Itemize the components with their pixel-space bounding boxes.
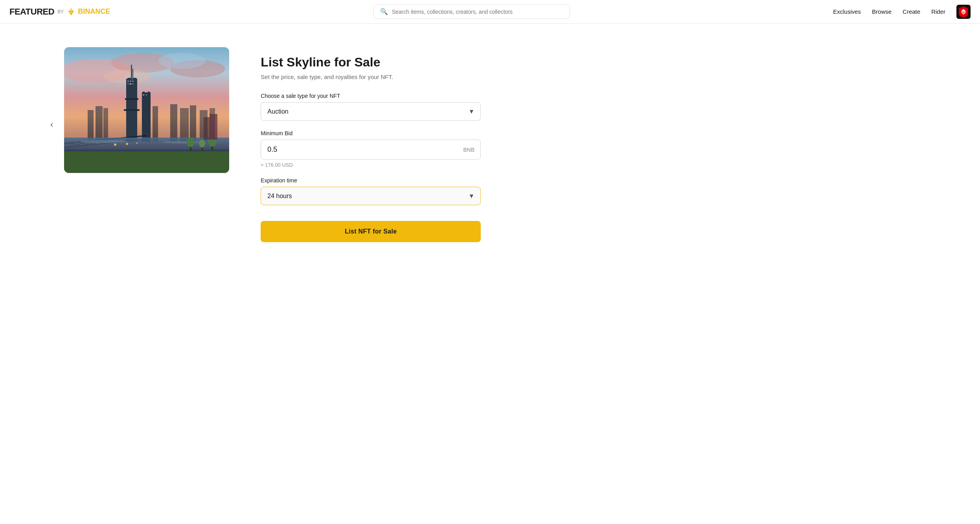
nav-create[interactable]: Create <box>903 8 920 15</box>
usd-approx-text: ≈ 176.00 USD <box>261 162 481 168</box>
svg-rect-30 <box>127 81 129 82</box>
svg-marker-3 <box>70 12 73 15</box>
svg-rect-13 <box>88 110 94 142</box>
svg-rect-36 <box>142 92 151 142</box>
svg-rect-14 <box>96 106 103 142</box>
minimum-bid-group: Minimum Bid BNB ≈ 176.00 USD <box>261 130 481 168</box>
logo: FEATURED BY BINANCE <box>9 7 110 17</box>
svg-rect-38 <box>148 92 150 94</box>
list-nft-button[interactable]: List NFT for Sale <box>261 221 481 242</box>
minimum-bid-label: Minimum Bid <box>261 130 481 136</box>
svg-rect-40 <box>145 94 147 96</box>
expiration-label: Expiration time <box>261 177 481 184</box>
nav-links: Exclusives Browse Create Rider D <box>833 5 971 19</box>
svg-text:D: D <box>962 11 965 14</box>
svg-rect-29 <box>124 109 140 111</box>
svg-point-59 <box>80 140 127 143</box>
nav-browse[interactable]: Browse <box>872 8 892 15</box>
expiration-wrapper: 1 hour 6 hours 12 hours 24 hours 3 days … <box>261 187 481 205</box>
svg-rect-17 <box>153 106 158 142</box>
nav-rider[interactable]: Rider <box>931 8 945 15</box>
logo-by-text: BY <box>57 9 64 15</box>
search-input[interactable] <box>392 9 563 15</box>
nft-image <box>64 47 229 173</box>
svg-rect-70 <box>210 114 217 140</box>
svg-rect-35 <box>132 83 134 85</box>
minimum-bid-wrapper: BNB <box>261 140 481 160</box>
svg-rect-20 <box>190 105 196 142</box>
binance-diamond-icon <box>67 7 75 16</box>
navbar: FEATURED BY BINANCE 🔍 Exclusives Browse … <box>0 0 980 24</box>
skyline-artwork <box>64 47 229 173</box>
svg-point-64 <box>199 140 205 147</box>
logo-featured-text: FEATURED <box>9 7 54 17</box>
svg-rect-18 <box>170 104 177 142</box>
search-area: 🔍 <box>110 4 833 19</box>
svg-point-69 <box>136 142 138 144</box>
avatar[interactable]: D <box>956 5 971 19</box>
minimum-bid-input[interactable] <box>261 140 481 160</box>
svg-rect-15 <box>103 108 108 142</box>
svg-rect-27 <box>132 69 133 80</box>
svg-point-62 <box>187 138 195 147</box>
svg-rect-33 <box>127 83 129 85</box>
form-title: List Skyline for Sale <box>261 55 481 70</box>
svg-rect-37 <box>143 92 145 94</box>
svg-rect-71 <box>204 117 210 140</box>
svg-rect-39 <box>143 94 144 96</box>
form-subtitle: Set the price, sale type, and royalties … <box>261 74 481 80</box>
nav-exclusives[interactable]: Exclusives <box>833 8 861 15</box>
ducati-shield-icon: D <box>956 5 971 19</box>
bid-currency-label: BNB <box>463 147 475 153</box>
svg-rect-57 <box>64 149 229 173</box>
back-button[interactable]: ‹ <box>47 118 56 131</box>
svg-point-67 <box>114 143 116 146</box>
svg-point-68 <box>126 143 128 145</box>
svg-rect-26 <box>131 65 132 80</box>
logo-binance-text: BINANCE <box>78 7 110 16</box>
svg-point-12 <box>158 53 206 69</box>
sale-type-group: Choose a sale type for your NFT Fixed Pr… <box>261 93 481 121</box>
sale-type-wrapper: Fixed Price Auction Open for Bids ▼ <box>261 102 481 121</box>
svg-point-60 <box>162 141 202 143</box>
main-content: ‹ <box>0 24 980 266</box>
svg-rect-34 <box>130 83 131 85</box>
svg-marker-0 <box>70 8 73 10</box>
svg-rect-28 <box>125 98 138 100</box>
right-panel: List Skyline for Sale Set the price, sal… <box>261 47 481 242</box>
svg-rect-19 <box>180 108 189 142</box>
sale-type-select[interactable]: Fixed Price Auction Open for Bids <box>261 102 481 121</box>
left-panel: ‹ <box>47 47 229 173</box>
expiration-group: Expiration time 1 hour 6 hours 12 hours … <box>261 177 481 205</box>
expiration-select[interactable]: 1 hour 6 hours 12 hours 24 hours 3 days … <box>261 187 481 205</box>
sale-type-label: Choose a sale type for your NFT <box>261 93 481 99</box>
search-icon: 🔍 <box>380 8 388 15</box>
svg-rect-31 <box>130 81 131 82</box>
svg-rect-32 <box>132 81 134 82</box>
search-box[interactable]: 🔍 <box>373 4 570 19</box>
